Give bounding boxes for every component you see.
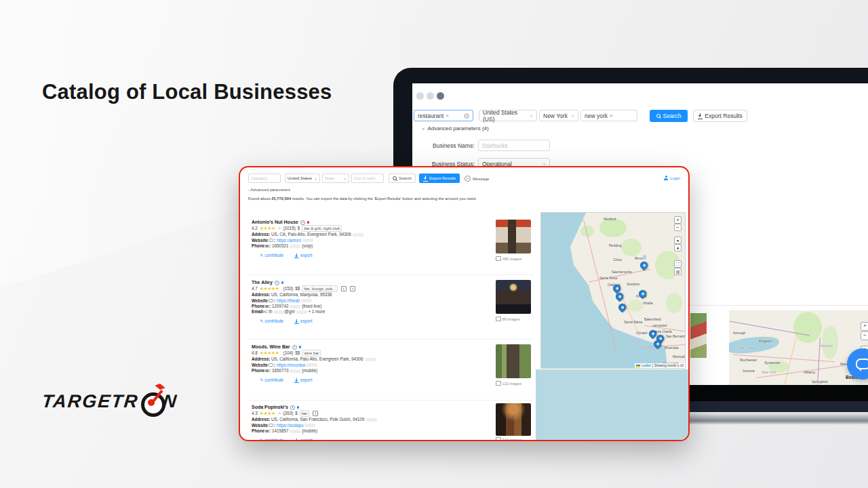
price-level: $: [298, 226, 300, 231]
window-dot: [437, 92, 444, 100]
business-name[interactable]: Moods. Wine Bar: [252, 344, 290, 350]
contribute-link[interactable]: contribute: [260, 378, 283, 383]
map-label: Geneva: [743, 369, 755, 373]
contribute-link[interactable]: contribute: [260, 253, 283, 258]
hours-icon: [275, 281, 279, 285]
link-icon: [269, 299, 273, 302]
leaflet-link[interactable]: Leaflet: [642, 364, 651, 367]
category-input[interactable]: Category: [248, 174, 281, 183]
clear-icon[interactable]: [464, 113, 469, 119]
country-select[interactable]: United States ∨: [285, 174, 320, 183]
facebook-icon[interactable]: [341, 286, 347, 291]
map-label: Reno: [635, 256, 643, 260]
chevron-down-icon: ∨: [572, 113, 574, 118]
redacted-text: [307, 363, 317, 367]
link-icon: [269, 424, 273, 427]
country-select[interactable]: United States (US) ∨: [479, 110, 537, 121]
export-link[interactable]: export: [294, 253, 313, 258]
redacted-text: [296, 310, 307, 314]
map-label: Santa Maria: [624, 320, 642, 324]
star-icons: ★★★★★: [260, 350, 279, 356]
advanced-parameters-toggle[interactable]: ∨ Advanced parameters (4): [422, 125, 489, 131]
message-button[interactable]: Message: [465, 176, 489, 182]
search-button[interactable]: Search: [389, 174, 416, 183]
pencil-icon: [260, 438, 263, 441]
redacted-text: [290, 369, 300, 373]
city-input[interactable]: City or town: [351, 174, 384, 183]
city-input[interactable]: new york ×: [580, 110, 637, 121]
tag-remove-icon[interactable]: ×: [610, 113, 613, 119]
map-label: Kingston: [759, 339, 772, 343]
instagram-icon[interactable]: [350, 286, 355, 291]
business-name[interactable]: Antonio's Nut House: [252, 220, 298, 225]
export-link[interactable]: export: [294, 378, 313, 383]
map-label: Lancaster: [652, 323, 667, 327]
fit-bounds-button[interactable]: ●: [674, 244, 682, 251]
forest-area: [822, 325, 838, 359]
forest-area: [793, 312, 822, 343]
business-photo[interactable]: [496, 280, 531, 314]
arrow-fletching: [155, 384, 165, 390]
business-photo[interactable]: [496, 344, 531, 378]
pencil-icon: [260, 319, 263, 324]
results-count: 25,772,504: [271, 197, 291, 201]
delete-area-button[interactable]: ▥: [674, 268, 682, 275]
ny-map[interactable]: borough Kingston Lake Ontario Rochester …: [729, 310, 868, 385]
export-results-button[interactable]: Export Results: [693, 110, 747, 122]
redacted-text: [366, 418, 377, 422]
forest-area: [666, 293, 682, 313]
state-select[interactable]: New York ∨: [539, 110, 578, 121]
map-label: Redding: [609, 243, 622, 247]
tag-remove-icon[interactable]: ×: [446, 113, 449, 119]
login-button[interactable]: Login: [664, 176, 680, 180]
zoom-in-button[interactable]: +: [674, 216, 682, 224]
pencil-icon: [260, 378, 263, 383]
search-button[interactable]: Search: [650, 110, 688, 122]
chat-icon-tail: [858, 368, 861, 371]
star-icons: ★★★★★: [260, 286, 279, 291]
california-map[interactable]: Medford Redding Chico Reno Sacramento Sa…: [540, 212, 686, 369]
forest-area: [628, 300, 643, 312]
website-link[interactable]: https://theall: [277, 298, 300, 303]
search-icon: [656, 114, 661, 119]
zoom-in-button[interactable]: +: [861, 322, 868, 331]
locate-button[interactable]: ●: [674, 237, 682, 244]
advanced-parameters-toggle[interactable]: › Advanced parameters: [248, 188, 290, 192]
target-icon: [140, 390, 163, 413]
export-link[interactable]: export: [294, 319, 313, 324]
draw-area-button[interactable]: ⛶: [674, 260, 682, 268]
map-label: Lake Ontario: [737, 346, 757, 350]
map-label: Rochester: [740, 358, 757, 362]
forest-area: [621, 239, 642, 256]
review-count: (1015): [283, 226, 296, 231]
facebook-icon[interactable]: [313, 411, 318, 416]
redacted-text: [290, 245, 300, 248]
redacted-text: [290, 430, 300, 433]
business-name-input[interactable]: Starbucks: [478, 140, 550, 151]
rating-value: 4.7: [252, 286, 258, 291]
website-link[interactable]: https://sodapo: [277, 423, 304, 428]
zoom-out-button[interactable]: −: [861, 331, 868, 340]
business-name[interactable]: The Alley: [252, 280, 273, 285]
business-photo[interactable]: [690, 313, 707, 358]
app-overlay-panel: Category United States ∨ State ∨ City or…: [239, 166, 690, 441]
website-link[interactable]: https://moodsw: [277, 363, 305, 367]
website-link[interactable]: https://antoni: [277, 238, 301, 243]
business-name[interactable]: Soda Popinski's: [252, 405, 288, 410]
rating-value: 4.3: [252, 411, 258, 416]
export-results-button[interactable]: Export Results: [419, 174, 460, 183]
zoom-out-button[interactable]: −: [674, 224, 682, 231]
download-icon: [423, 176, 428, 182]
category-input[interactable]: restaurant ×: [414, 110, 473, 121]
divider: [248, 400, 533, 401]
export-link[interactable]: export: [294, 438, 313, 441]
more-emails-link[interactable]: + 1 more: [308, 309, 325, 314]
category-tag: bar: [300, 410, 309, 417]
map-label: Mexicali: [673, 354, 685, 359]
business-photo[interactable]: [496, 403, 531, 436]
chevron-down-icon: ∨: [315, 176, 317, 181]
contribute-link[interactable]: contribute: [260, 438, 283, 441]
business-photo[interactable]: [496, 220, 531, 253]
contribute-link[interactable]: contribute: [260, 319, 283, 324]
state-select[interactable]: State ∨: [322, 174, 349, 183]
